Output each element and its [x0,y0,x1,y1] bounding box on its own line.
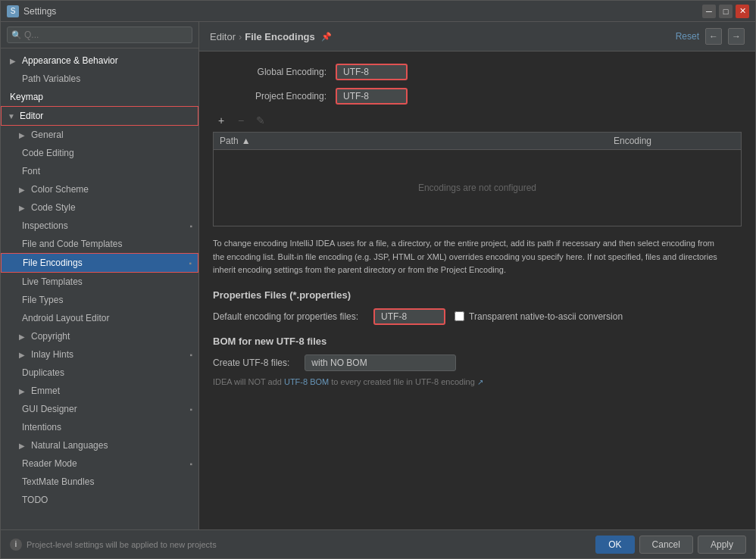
expand-arrow: ▶ [19,184,28,195]
sidebar-item-android-layout-editor[interactable]: Android Layout Editor [1,309,198,327]
sidebar-item-file-code-templates[interactable]: File and Code Templates [1,235,198,253]
search-bar: 🔍 [1,22,198,48]
sidebar-item-copyright[interactable]: ▶ Copyright [1,327,198,345]
badge-icon: ▪ [189,349,192,361]
badge-icon: ▪ [189,404,192,415]
global-encoding-label: Global Encoding: [213,67,326,77]
col-encoding-label: Encoding [614,136,651,146]
project-encoding-row: Project Encoding: UTF-8 UTF-16 ISO-8859-… [213,88,742,105]
sidebar-item-editor[interactable]: ▼ Editor [1,106,198,126]
sidebar-item-appearance[interactable]: ▶ Appearance & Behavior [1,52,198,70]
sidebar-item-label: Emmet [31,384,60,398]
sidebar-item-live-templates[interactable]: Live Templates [1,273,198,291]
sidebar-item-code-style[interactable]: ▶ Code Style [1,198,198,217]
breadcrumb-current: File Encodings [245,31,314,42]
project-settings-note: Project-level settings will be applied t… [27,540,217,549]
sidebar-item-natural-languages[interactable]: ▶ Natural Languages [1,436,198,454]
encoding-toolbar: + − ✎ [213,112,742,129]
forward-button[interactable]: → [728,28,745,45]
reset-button[interactable]: Reset [676,31,699,42]
sidebar-item-label: Code Style [31,201,76,214]
sidebar-item-path-variables[interactable]: Path Variables [1,70,198,88]
idea-note-prefix: IDEA will NOT add [213,377,284,386]
close-button[interactable]: ✕ [736,5,749,18]
sidebar-item-keymap[interactable]: Keymap [1,88,198,106]
expand-arrow: ▶ [19,130,28,141]
table-body: Encodings are not configured [214,150,741,226]
idea-note: IDEA will NOT add UTF-8 BOM to every cre… [213,377,742,386]
sidebar-item-label: File and Code Templates [22,237,123,251]
sidebar-item-file-types[interactable]: File Types [1,291,198,309]
header-actions: Reset ← → [676,28,745,45]
apply-button[interactable]: Apply [698,536,746,554]
bom-section: BOM for new UTF-8 files Create UTF-8 fil… [213,336,742,386]
sidebar-item-label: File Encodings [23,256,83,270]
sidebar-item-code-editing[interactable]: Code Editing [1,144,198,162]
sidebar-item-label: Copyright [31,329,70,343]
breadcrumb-parent: Editor [210,31,236,42]
sidebar-item-todo[interactable]: TODO [1,491,198,509]
external-link-arrow[interactable]: ↗ [477,378,483,386]
ok-button[interactable]: OK [595,536,634,554]
project-encoding-label: Project Encoding: [213,91,326,101]
cancel-button[interactable]: Cancel [639,536,693,554]
sidebar-item-color-scheme[interactable]: ▶ Color Scheme [1,180,198,198]
breadcrumb-separator: › [239,31,242,42]
sidebar-item-label: Intentions [22,420,61,434]
sidebar-item-intentions[interactable]: Intentions [1,418,198,436]
search-input[interactable] [7,27,192,43]
sidebar-item-emmet[interactable]: ▶ Emmet [1,382,198,400]
sidebar-item-label: Reader Mode [22,457,77,470]
settings-content: Global Encoding: UTF-8 UTF-16 ISO-8859-1… [199,52,755,529]
title-controls: ─ □ ✕ [702,5,749,18]
expand-arrow: ▶ [19,202,28,214]
add-path-button[interactable]: + [213,112,230,129]
sidebar-item-label: TextMate Bundles [22,475,94,489]
expand-arrow: ▶ [19,331,28,342]
bottom-info: i Project-level settings will be applied… [10,539,217,551]
sidebar-item-general[interactable]: ▶ General [1,126,198,144]
title-bar: S Settings ─ □ ✕ [1,1,755,22]
sidebar-item-file-encodings[interactable]: File Encodings ▪ [1,253,198,273]
transparent-checkbox-label: Transparent native-to-ascii conversion [455,311,623,322]
sidebar-tree: ▶ Appearance & Behavior Path Variables K… [1,48,198,529]
info-description: To change encoding IntelliJ IDEA uses fo… [213,237,728,277]
transparent-checkbox[interactable] [455,311,464,321]
col-encoding: Encoding [614,136,735,146]
title-bar-left: S Settings [7,5,56,17]
sidebar-item-duplicates[interactable]: Duplicates [1,364,198,382]
pin-icon: 📌 [321,32,332,42]
edit-path-button[interactable]: ✎ [252,112,269,129]
sidebar-item-label: General [31,128,64,142]
sidebar-item-label: Path Variables [22,72,80,86]
global-encoding-select[interactable]: UTF-8 UTF-16 ISO-8859-1 [336,64,408,80]
sidebar-item-font[interactable]: Font [1,162,198,180]
sidebar-item-label: Duplicates [22,366,64,379]
properties-section: Properties Files (*.properties) Default … [213,289,742,325]
badge-icon: ▪ [189,458,192,470]
empty-state-text: Encodings are not configured [418,183,536,193]
props-encoding-select[interactable]: UTF-8 UTF-16 ISO-8859-1 [373,308,445,325]
props-encoding-row: Default encoding for properties files: U… [213,308,742,325]
sidebar-item-label: Inspections [22,219,68,233]
transparent-label-text: Transparent native-to-ascii conversion [469,311,623,322]
sidebar-item-gui-designer[interactable]: GUI Designer ▪ [1,400,198,418]
bom-select[interactable]: with NO BOM with BOM with BOM (always) [305,354,456,371]
collapse-arrow: ▼ [8,111,17,122]
sidebar-item-inspections[interactable]: Inspections ▪ [1,217,198,235]
props-section-title: Properties Files (*.properties) [213,289,742,301]
utf8-bom-link[interactable]: UTF-8 BOM [284,377,329,386]
sidebar-item-textmate-bundles[interactable]: TextMate Bundles [1,473,198,491]
back-button[interactable]: ← [705,28,722,45]
bottom-bar: i Project-level settings will be applied… [1,529,755,558]
main-content-area: 🔍 ▶ Appearance & Behavior Path Variables… [1,22,755,529]
bom-select-wrapper: with NO BOM with BOM with BOM (always) [305,354,456,371]
project-encoding-select[interactable]: UTF-8 UTF-16 ISO-8859-1 [336,88,408,105]
sidebar-item-reader-mode[interactable]: Reader Mode ▪ [1,454,198,473]
sidebar-item-inlay-hints[interactable]: ▶ Inlay Hints ▪ [1,345,198,364]
bom-section-title: BOM for new UTF-8 files [213,336,742,347]
maximize-button[interactable]: □ [719,5,733,18]
remove-path-button[interactable]: − [233,112,249,129]
idea-note-suffix: to every created file in UTF-8 encoding [331,377,477,386]
minimize-button[interactable]: ─ [702,5,716,18]
